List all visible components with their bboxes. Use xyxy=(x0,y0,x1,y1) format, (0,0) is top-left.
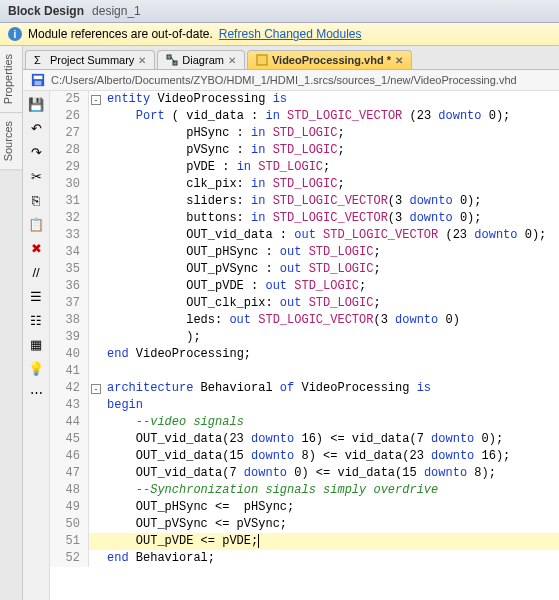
code-text: pHSync : in STD_LOGIC; xyxy=(103,125,345,142)
code-text xyxy=(103,363,107,380)
fold-toggle-icon[interactable]: - xyxy=(91,95,101,105)
code-line[interactable]: 38 leds: out STD_LOGIC_VECTOR(3 downto 0… xyxy=(50,312,559,329)
code-line[interactable]: 48 --Synchronization signals simply over… xyxy=(50,482,559,499)
save-icon[interactable]: 💾 xyxy=(27,95,45,113)
line-number: 34 xyxy=(50,244,89,261)
code-text: OUT_pVSync : out STD_LOGIC; xyxy=(103,261,381,278)
warning-link[interactable]: Refresh Changed Modules xyxy=(219,27,362,41)
code-text: pVDE : in STD_LOGIC; xyxy=(103,159,330,176)
line-number: 32 xyxy=(50,210,89,227)
line-number: 35 xyxy=(50,261,89,278)
line-number: 44 xyxy=(50,414,89,431)
paste-icon[interactable]: 📋 xyxy=(27,215,45,233)
fold-toggle-icon[interactable]: - xyxy=(91,384,101,394)
code-line[interactable]: 28 pVSync : in STD_LOGIC; xyxy=(50,142,559,159)
code-line[interactable]: 41 xyxy=(50,363,559,380)
line-number: 30 xyxy=(50,176,89,193)
code-text: ); xyxy=(103,329,201,346)
side-tab-sources[interactable]: Sources xyxy=(0,113,22,170)
cut-icon[interactable]: ✂ xyxy=(27,167,45,185)
code-line[interactable]: 29 pVDE : in STD_LOGIC; xyxy=(50,159,559,176)
code-line[interactable]: 35 OUT_pVSync : out STD_LOGIC; xyxy=(50,261,559,278)
window-title: Block Design xyxy=(8,4,84,18)
code-line[interactable]: 37 OUT_clk_pix: out STD_LOGIC; xyxy=(50,295,559,312)
undo-icon[interactable]: ↶ xyxy=(27,119,45,137)
line-number: 37 xyxy=(50,295,89,312)
code-line[interactable]: 43begin xyxy=(50,397,559,414)
code-line[interactable]: 46 OUT_vid_data(15 downto 8) <= vid_data… xyxy=(50,448,559,465)
title-bar: Block Design design_1 xyxy=(0,0,559,23)
line-number: 26 xyxy=(50,108,89,125)
hint-icon[interactable]: 💡 xyxy=(27,359,45,377)
code-line[interactable]: 34 OUT_pHSync : out STD_LOGIC; xyxy=(50,244,559,261)
tab-project-summary[interactable]: ΣProject Summary✕ xyxy=(25,50,155,69)
line-number: 43 xyxy=(50,397,89,414)
close-icon[interactable]: ✕ xyxy=(395,55,403,66)
code-line[interactable]: 50 OUT_pVSync <= pVSync; xyxy=(50,516,559,533)
line-number: 46 xyxy=(50,448,89,465)
delete-icon[interactable]: ✖ xyxy=(27,239,45,257)
code-line[interactable]: 26 Port ( vid_data : in STD_LOGIC_VECTOR… xyxy=(50,108,559,125)
code-text: OUT_vid_data(15 downto 8) <= vid_data(23… xyxy=(103,448,510,465)
tab-label: VideoProcessing.vhd * xyxy=(272,54,391,66)
vhd-icon xyxy=(256,54,268,66)
warning-bar: i Module references are out-of-date. Ref… xyxy=(0,23,559,46)
code-text: --video signals xyxy=(103,414,244,431)
line-number: 47 xyxy=(50,465,89,482)
tab-label: Project Summary xyxy=(50,54,134,66)
tab-videoprocessing[interactable]: VideoProcessing.vhd *✕ xyxy=(247,50,412,69)
code-text: OUT_clk_pix: out STD_LOGIC; xyxy=(103,295,381,312)
code-line[interactable]: 44 --video signals xyxy=(50,414,559,431)
info-icon: i xyxy=(8,27,22,41)
code-text: end VideoProcessing; xyxy=(103,346,251,363)
code-line[interactable]: 49 OUT_pHSync <= pHSync; xyxy=(50,499,559,516)
tab-label: Diagram xyxy=(182,54,224,66)
code-line[interactable]: 45 OUT_vid_data(23 downto 16) <= vid_dat… xyxy=(50,431,559,448)
code-line[interactable]: 52end Behavioral; xyxy=(50,550,559,567)
warning-text: Module references are out-of-date. xyxy=(28,27,213,41)
indent-icon[interactable]: ☰ xyxy=(27,287,45,305)
svg-rect-5 xyxy=(34,76,43,80)
diagram-icon xyxy=(166,54,178,66)
copy-icon[interactable]: ⎘ xyxy=(27,191,45,209)
code-text: architecture Behavioral of VideoProcessi… xyxy=(103,380,431,397)
svg-rect-0 xyxy=(167,55,171,59)
close-icon[interactable]: ✕ xyxy=(138,55,146,66)
line-number: 38 xyxy=(50,312,89,329)
code-line[interactable]: 39 ); xyxy=(50,329,559,346)
code-line[interactable]: 27 pHSync : in STD_LOGIC; xyxy=(50,125,559,142)
line-number: 45 xyxy=(50,431,89,448)
outdent-icon[interactable]: ☷ xyxy=(27,311,45,329)
code-line[interactable]: 47 OUT_vid_data(7 downto 0) <= vid_data(… xyxy=(50,465,559,482)
line-number: 49 xyxy=(50,499,89,516)
save-icon[interactable] xyxy=(31,73,45,87)
code-line[interactable]: 42-architecture Behavioral of VideoProce… xyxy=(50,380,559,397)
code-line[interactable]: 51 OUT_pVDE <= pVDE; xyxy=(50,533,559,550)
code-text: buttons: in STD_LOGIC_VECTOR(3 downto 0)… xyxy=(103,210,482,227)
code-line[interactable]: 32 buttons: in STD_LOGIC_VECTOR(3 downto… xyxy=(50,210,559,227)
line-number: 27 xyxy=(50,125,89,142)
line-number: 31 xyxy=(50,193,89,210)
toggle-comment-icon[interactable]: // xyxy=(27,263,45,281)
syntax-icon[interactable]: ▦ xyxy=(27,335,45,353)
close-icon[interactable]: ✕ xyxy=(228,55,236,66)
code-line[interactable]: 25-entity VideoProcessing is xyxy=(50,91,559,108)
tab-diagram[interactable]: Diagram✕ xyxy=(157,50,245,69)
line-number: 52 xyxy=(50,550,89,567)
code-line[interactable]: 33 OUT_vid_data : out STD_LOGIC_VECTOR (… xyxy=(50,227,559,244)
code-editor[interactable]: 25-entity VideoProcessing is26 Port ( vi… xyxy=(50,91,559,600)
code-text: OUT_vid_data : out STD_LOGIC_VECTOR (23 … xyxy=(103,227,546,244)
code-text: OUT_pVSync <= pVSync; xyxy=(103,516,287,533)
line-number: 29 xyxy=(50,159,89,176)
path-bar: C:/Users/Alberto/Documents/ZYBO/HDMI_1/H… xyxy=(23,70,559,91)
code-line[interactable]: 36 OUT_pVDE : out STD_LOGIC; xyxy=(50,278,559,295)
redo-icon[interactable]: ↷ xyxy=(27,143,45,161)
side-tab-properties[interactable]: Properties xyxy=(0,46,22,113)
code-line[interactable]: 40end VideoProcessing; xyxy=(50,346,559,363)
line-number: 39 xyxy=(50,329,89,346)
more-icon[interactable]: ⋯ xyxy=(27,383,45,401)
line-number: 41 xyxy=(50,363,89,380)
code-line[interactable]: 30 clk_pix: in STD_LOGIC; xyxy=(50,176,559,193)
code-line[interactable]: 31 sliders: in STD_LOGIC_VECTOR(3 downto… xyxy=(50,193,559,210)
line-number: 28 xyxy=(50,142,89,159)
